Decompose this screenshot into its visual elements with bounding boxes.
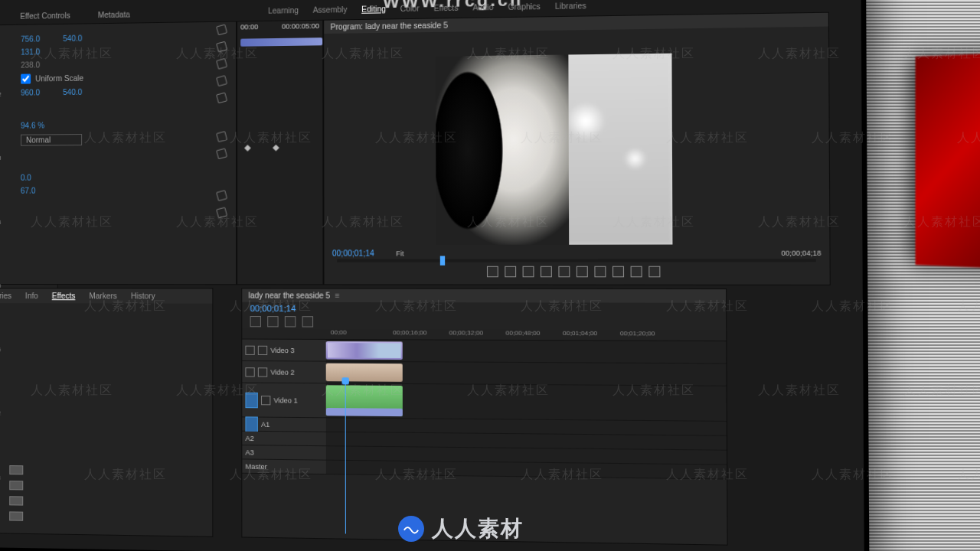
ws-editing[interactable]: Editing [361, 5, 386, 14]
reset-icon[interactable] [216, 24, 227, 35]
bin-icon[interactable] [9, 481, 23, 490]
reset-icon[interactable] [216, 148, 227, 159]
ws-audio[interactable]: Audio [472, 3, 493, 12]
lock-icon[interactable] [245, 345, 254, 354]
go-in-button[interactable] [523, 266, 534, 277]
ws-libraries[interactable]: Libraries [555, 2, 586, 11]
reset-icon[interactable] [216, 41, 227, 53]
step-fwd-button[interactable] [577, 266, 588, 278]
tab-libraries[interactable]: Libraries [0, 292, 11, 300]
timeline-panel: lady near the seaside 5 ≡ 00;00;01;14 00… [241, 288, 727, 545]
position-y[interactable]: 540.0 [63, 34, 82, 43]
track-label: A1 [261, 420, 270, 428]
source-patch-v1[interactable] [245, 392, 257, 408]
rotation-value[interactable]: 0.0 [21, 174, 31, 182]
program-zoom-fit[interactable]: Fit [396, 249, 403, 257]
ruler-mark: 00;00 [331, 329, 347, 336]
ruler-mark: 00;00;16;00 [393, 329, 426, 336]
ws-effects[interactable]: Effects [434, 4, 459, 13]
program-title-prefix: Program: [330, 22, 365, 31]
lock-icon[interactable] [261, 396, 270, 405]
program-scrub-handle[interactable] [440, 256, 445, 265]
snap-toggle[interactable] [250, 316, 261, 327]
tab-markers[interactable]: Markers [89, 292, 116, 300]
tab-metadata[interactable]: Metadata [98, 10, 130, 19]
position-x[interactable]: 756.0 [21, 34, 40, 43]
lock-icon[interactable] [245, 367, 254, 377]
bin-icon[interactable] [9, 465, 23, 474]
track-v3[interactable]: Video 3 [242, 340, 726, 364]
export-frame-button[interactable] [648, 266, 660, 278]
blend-mode-select[interactable]: Normal [21, 134, 82, 146]
uniform-scale-checkbox[interactable] [21, 74, 31, 84]
tab-history[interactable]: History [131, 292, 155, 300]
meter-tick: -18 [0, 155, 2, 161]
reset-icon[interactable] [216, 75, 227, 86]
bin-icon[interactable] [9, 511, 23, 520]
ws-assembly[interactable]: Assembly [313, 5, 348, 15]
lift-button[interactable] [612, 266, 624, 278]
monitor-frame: WWW.rrcg.cn Effect Controls Metadata Lea… [0, 0, 869, 551]
scale-x[interactable]: 131.0 [21, 47, 40, 56]
track-v1[interactable]: Video 1 [242, 383, 727, 422]
track-v2[interactable]: Video 2 [242, 361, 726, 386]
source-patch-a1[interactable] [245, 416, 257, 432]
clip-v3[interactable] [326, 341, 403, 360]
ws-color[interactable]: Color [400, 4, 420, 13]
step-back-button[interactable] [541, 266, 552, 278]
program-clip-name: lady near the seaside 5 [365, 21, 448, 31]
timeline-timecode[interactable]: 00;00;01;14 [242, 302, 726, 316]
ws-graphics[interactable]: Graphics [508, 2, 540, 11]
tab-effect-controls[interactable]: Effect Controls [20, 11, 70, 21]
eye-icon[interactable] [258, 367, 267, 377]
marker-add[interactable] [285, 316, 296, 327]
secondary-monitor [916, 51, 980, 271]
antiflicker-value[interactable]: 67.0 [21, 187, 35, 195]
sequence-tab[interactable]: lady near the seaside 5 [248, 291, 330, 299]
mark-in-button[interactable] [487, 266, 498, 277]
reset-icon[interactable] [216, 190, 227, 201]
program-scrub-bar[interactable] [337, 259, 816, 262]
go-out-button[interactable] [594, 266, 606, 278]
eye-icon[interactable] [258, 345, 267, 354]
mark-out-button[interactable] [505, 266, 516, 277]
keyframe-reset-column [212, 25, 231, 282]
track-label: Video 3 [270, 346, 294, 354]
uniform-scale-label: Uniform Scale [35, 74, 83, 83]
bin-icon[interactable] [9, 496, 23, 505]
reset-icon[interactable] [216, 92, 227, 103]
brand-logo-icon [398, 516, 424, 542]
program-timecode[interactable]: 00;00;01;14 [332, 249, 374, 257]
anchor-x[interactable]: 960.0 [21, 88, 40, 96]
clip-v2[interactable] [326, 364, 403, 382]
keyframe-diamond[interactable] [244, 145, 251, 152]
program-title: Program: lady near the seaside 5 [324, 13, 828, 34]
workspace-tabs: Learning Assembly Editing Color Effects … [268, 2, 586, 15]
track-label: Master [245, 462, 266, 471]
play-button[interactable] [558, 266, 570, 278]
track-label: Video 1 [273, 396, 297, 404]
timeline-settings-icon[interactable] [302, 316, 313, 327]
ruler-mark: 00;01;04;00 [563, 330, 597, 337]
reset-icon[interactable] [216, 131, 227, 142]
reset-icon[interactable] [216, 58, 227, 70]
effect-keyframe-timeline[interactable]: 00:00 00:00:05:00 [237, 20, 323, 285]
ruler-mark: 00;00;48;00 [506, 329, 541, 336]
tab-effects[interactable]: Effects [52, 292, 76, 300]
extract-button[interactable] [631, 266, 642, 278]
reset-icon[interactable] [216, 207, 227, 218]
ws-learning[interactable]: Learning [268, 6, 299, 15]
mini-tc-start: 00:00 [240, 23, 258, 31]
keyframe-diamond[interactable] [273, 145, 279, 152]
linked-selection-toggle[interactable] [267, 316, 278, 327]
effect-controls-panel: 756.0 540.0 131.0 238.0 Uniform Scale 96… [0, 21, 237, 285]
transport-controls [332, 263, 822, 279]
anchor-y[interactable]: 540.0 [63, 88, 82, 96]
project-panel: Libraries Info Effects Markers History [0, 288, 213, 537]
opacity-value[interactable]: 94.6 % [21, 121, 44, 129]
timeline-playhead[interactable] [345, 382, 346, 533]
tab-info[interactable]: Info [25, 292, 38, 300]
clip-v1-overlay[interactable] [326, 408, 403, 416]
program-view[interactable] [436, 54, 672, 245]
mini-tc-end: 00:00:05:00 [282, 22, 319, 31]
